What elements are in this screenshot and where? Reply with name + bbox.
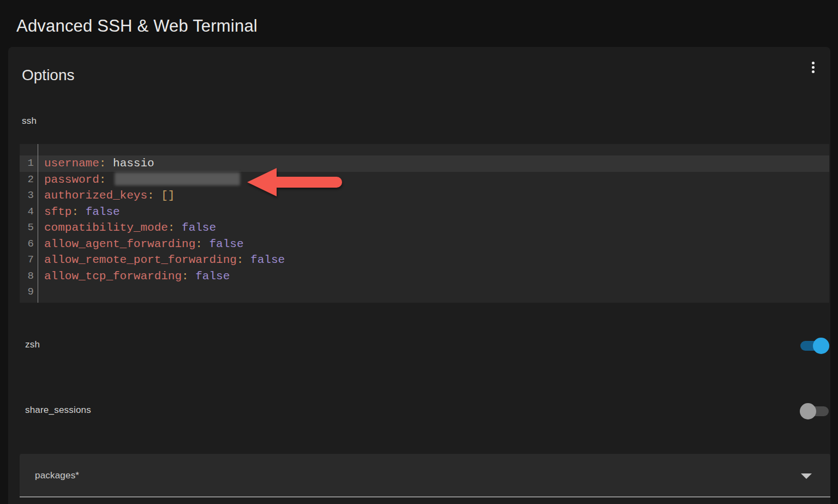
kebab-menu-icon[interactable]: [805, 58, 821, 76]
yaml-line: 8allow_tcp_forwarding: false: [20, 268, 829, 285]
toggle-thumb: [800, 403, 816, 419]
dropdown-arrow-icon: [801, 473, 812, 479]
share-sessions-toggle[interactable]: [800, 403, 829, 419]
yaml-line: 2password:: [20, 172, 829, 188]
share-sessions-field-label: share_sessions: [25, 405, 91, 416]
yaml-line: 9: [20, 284, 829, 301]
yaml-line: 5compatibility_mode: false: [20, 220, 829, 236]
yaml-editor-lines: 1username: hassio2password: 3authorized_…: [20, 155, 829, 301]
packages-select-label: packages*: [35, 470, 79, 481]
zsh-toggle[interactable]: [800, 338, 829, 354]
addon-config-page: Advanced SSH & Web Terminal Options ssh …: [0, 0, 838, 504]
redacted-password: [115, 172, 240, 185]
toggle-thumb: [813, 338, 829, 354]
zsh-field-label: zsh: [25, 339, 40, 350]
options-card: Options ssh 1username: hassio2password: …: [8, 47, 830, 504]
yaml-line: 1username: hassio: [20, 155, 829, 172]
packages-select[interactable]: packages*: [20, 454, 830, 497]
yaml-line: 3authorized_keys: []: [20, 188, 829, 204]
yaml-line: 6allow_agent_forwarding: false: [20, 236, 829, 253]
page-title: Advanced SSH & Web Terminal: [16, 16, 258, 36]
ssh-field-label: ssh: [22, 116, 37, 127]
yaml-line: 4sftp: false: [20, 204, 829, 220]
gutter-separator: [38, 144, 38, 303]
yaml-editor[interactable]: 1username: hassio2password: 3authorized_…: [20, 144, 829, 303]
yaml-line: 7allow_remote_port_forwarding: false: [20, 252, 829, 268]
card-title: Options: [22, 67, 75, 84]
